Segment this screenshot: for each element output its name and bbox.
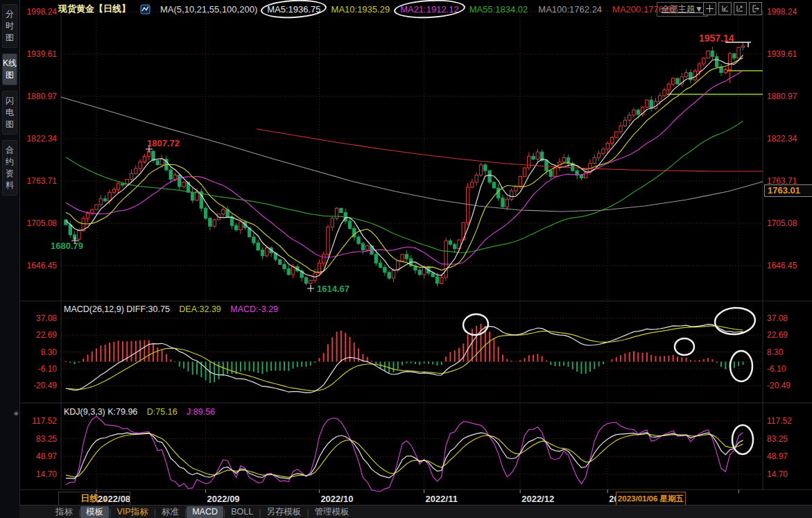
sidebar-item-0[interactable]: 分时图 [2,4,17,48]
toolbar-item-1[interactable]: 模板 [80,506,109,518]
d-value: D:75.16 [147,407,178,417]
axis-label: 8.30 [767,347,784,357]
price-annotation: 1807.72 [147,138,180,148]
toolbar-item-6[interactable]: 另存模板 [261,506,306,518]
j-value: J:89.56 [187,407,215,417]
month-label: 2022/09 [207,494,240,504]
annotation-ellipse [675,338,694,355]
macd-header: MACD(26,12,9) DIFF:30.75 DEA:32.39 MACD:… [64,304,278,314]
ma-value-4: MA100:1762.24 [538,4,602,15]
ma-value-2: MA21:1912.12 [400,4,459,15]
toolbar-item-4[interactable]: MACD [187,506,223,518]
axis-label: 14.70 [767,469,788,479]
axis-label: 117.52 [767,416,792,426]
toolbar-item-5[interactable]: BOLL [225,506,259,518]
axis-label: 1998.24 [27,7,58,17]
chart-type-sidebar: 分时图K线图闪电图合约资料 [0,0,20,518]
pane-layout-right-icon[interactable] [734,2,747,15]
axis-label: 1939.61 [767,49,797,59]
kline-chart-canvas[interactable]: 1998.241998.241939.611939.611880.971880.… [0,0,812,518]
axis-label: 117.52 [32,416,57,426]
sidebar-item-1[interactable]: K线图 [2,53,17,85]
dea-value: DEA:32.39 [179,304,221,314]
ma-value-1: MA10:1935.29 [331,4,390,15]
axis-label: 1880.97 [27,92,58,101]
month-label: 2022/11 [426,494,458,504]
axis-label: 22.69 [767,330,788,340]
axis-label: 1880.97 [767,92,797,101]
current-date-box: 2023/01/06 星期五 [616,492,686,506]
kdj-settings-icon[interactable]: ✳ [13,410,19,417]
axis-label: -6.10 [767,364,786,374]
axis-label: 37.08 [36,313,57,323]
axis-label: 1822.34 [27,134,58,144]
kdj-title: KDJ(9,3,3) K:79.96 [64,407,137,417]
axis-label: 1822.34 [767,134,797,144]
axis-label: 8.30 [41,347,58,357]
price-annotation: 1614.67 [317,284,349,294]
axis-label: 83.25 [36,434,57,444]
ma-value-0: MA5:1936.75 [267,4,320,15]
axis-label: 1998.24 [767,7,797,17]
axis-label: 48.97 [36,451,57,461]
popout-icon[interactable] [749,2,762,15]
macd-histogram [66,324,743,383]
axis-label: 48.97 [767,451,788,461]
diff-line [66,325,743,393]
extreme-cross-marker [307,285,314,292]
sidebar-item-3[interactable]: 合约资料 [2,140,17,196]
toolbar-item-0[interactable]: 指标 [50,506,78,518]
chart-header: 现货黄金【日线】 MA(5,10,21,55,100,200) MA5:1936… [58,1,676,17]
theme-dropdown[interactable]: 全部主题▼ [657,2,708,17]
chart-thumbnail-icon [140,4,150,15]
toolbar-item-7[interactable]: 管理模板 [309,506,355,518]
axis-label: -6.10 [38,364,58,374]
trading-app-window: 1998.241998.241939.611939.611880.971880.… [0,0,812,518]
month-label: 2022/10 [320,494,353,504]
axis-label: 1646.45 [767,261,797,270]
axis-value-box: 1763.01 [764,184,812,197]
annotation-ellipse [730,351,752,381]
indicator-toolbar: 指标|模板|VIP指标|标准|MACD|BOLL|另存模板|管理模板 [19,505,812,518]
axis-label: 1705.08 [767,218,797,228]
axis-label: -20.49 [767,381,791,390]
panel-dividers [19,10,812,490]
month-label: 2022/12 [521,494,554,504]
kdj-header: KDJ(9,3,3) K:79.96 D:75.16 J:89.56 [64,407,215,417]
ma-values: MA5:1936.75MA10:1935.29MA21:1912.12MA55:… [267,4,676,15]
j-line [66,417,743,492]
dea-line [66,326,743,391]
macd-value: MACD:-3.29 [230,304,278,314]
annotation-ellipse [732,425,753,454]
d-line [66,433,743,477]
toolbar-item-3[interactable]: 标准 [156,506,184,518]
symbol-title: 现货黄金【日线】 [58,3,130,15]
axis-label: 1939.61 [27,49,58,59]
ma200-line [257,129,763,171]
axis-label: -20.49 [33,381,57,390]
axis-label: 1646.45 [27,261,58,270]
pane-layout-left-icon[interactable] [718,2,732,15]
k-line [66,433,743,479]
ma-value-3: MA55:1834.02 [469,4,528,15]
ma-settings-label: MA(5,10,21,55,100,200) [160,4,257,15]
annotation-ellipse [714,307,756,336]
ma100-line [61,97,763,211]
axis-label: 22.69 [36,330,57,340]
macd-title: MACD(26,12,9) DIFF:30.75 [64,304,170,314]
axis-label: 14.70 [36,469,57,479]
price-annotation: 1680.79 [51,241,83,251]
header-tool-icons [703,2,762,15]
axis-label: 1763.71 [27,176,58,186]
grid-lines [61,10,763,489]
sidebar-item-2[interactable]: 闪电图 [2,91,17,135]
axis-label: 83.25 [767,434,788,444]
period-selector[interactable]: 日线 ▲ [58,492,130,506]
toolbar-item-2[interactable]: VIP指标 [112,506,154,518]
crosshair-icon[interactable] [703,2,716,15]
axis-label: 1705.08 [27,218,58,228]
axis-label: 37.08 [767,313,788,323]
